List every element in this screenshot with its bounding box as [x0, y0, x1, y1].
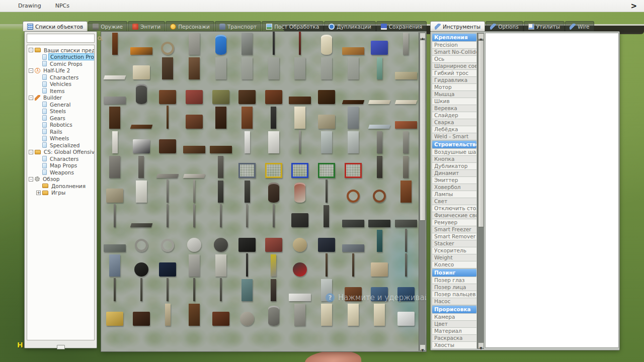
prop-cage-crate[interactable]: [287, 155, 313, 179]
prop-gravestone[interactable]: [366, 130, 393, 155]
prop-tech-pole[interactable]: [366, 229, 393, 253]
prop-fountain[interactable]: [366, 56, 393, 81]
tree-item[interactable]: -CS: Global Offensive: [27, 149, 94, 156]
tree-item[interactable]: Gears: [27, 115, 94, 122]
prop-naval-mine[interactable]: [287, 253, 313, 278]
prop-metal-pole[interactable]: [154, 179, 181, 204]
prop-green-couch[interactable]: [207, 81, 234, 106]
tool-item[interactable]: Smart No-Collide: [432, 49, 476, 55]
prop-wire-gate[interactable]: [340, 56, 366, 81]
prop-metal-wheel[interactable]: [154, 32, 181, 56]
prop-tall-cabinet[interactable]: [207, 106, 234, 130]
tab-wrench[interactable]: Options: [486, 21, 523, 31]
prop-dresser[interactable]: [260, 81, 287, 106]
prop-mattress[interactable]: [392, 81, 419, 106]
tool-category-header[interactable]: Прорисовка: [432, 306, 476, 313]
prop-wardrobe[interactable]: [234, 81, 261, 106]
tool-item[interactable]: Кнопка: [432, 156, 476, 162]
tool-item[interactable]: Гидравлика: [432, 77, 476, 83]
tool-category-header[interactable]: Строительство: [432, 141, 476, 148]
tree-item[interactable]: -Half-Life 2: [27, 67, 94, 74]
prop-obelisk[interactable]: [366, 155, 393, 179]
prop-vanity-table[interactable]: [207, 303, 234, 327]
expand-toggle[interactable]: +: [36, 191, 41, 195]
prop-blue-barrel[interactable]: [207, 32, 234, 56]
prop-floor-lamp[interactable]: [154, 303, 181, 327]
prop-crate-box[interactable]: [313, 81, 340, 106]
prop-thin-pole[interactable]: [207, 278, 234, 303]
prop-vent-shutter[interactable]: [392, 179, 419, 204]
prop-cream-door[interactable]: [366, 303, 393, 327]
prop-wire-fence[interactable]: [207, 56, 234, 81]
prop-wire-fence[interactable]: [234, 56, 261, 81]
prop-truss-beam[interactable]: [340, 204, 366, 229]
prop-cage-crate[interactable]: [313, 155, 340, 179]
prop-cook-pot[interactable]: [260, 303, 287, 327]
tree-item[interactable]: -Ваши списки предметов: [27, 47, 94, 54]
tab-postprocess[interactable]: Пост Обработка: [262, 21, 324, 31]
prop-radiator[interactable]: [287, 303, 313, 327]
prop-fridge[interactable]: [287, 106, 313, 130]
tool-item[interactable]: Гибкий трос: [432, 70, 476, 76]
prop-armchair[interactable]: [102, 303, 128, 327]
tool-item[interactable]: Колесо: [432, 261, 476, 268]
tab-vehicles[interactable]: Транспорт: [215, 21, 261, 31]
prop-truss-bridge[interactable]: [102, 229, 128, 253]
prop-globe-stand[interactable]: [287, 229, 313, 253]
prop-dark-prop[interactable]: [392, 341, 419, 352]
prop-pulley-small[interactable]: [366, 179, 393, 204]
tree-item[interactable]: Steels: [27, 108, 94, 115]
tool-item[interactable]: Отключить столк...: [432, 205, 476, 212]
tool-item[interactable]: Дубликатор: [432, 163, 476, 169]
tool-item[interactable]: Свет: [432, 198, 476, 205]
tree-item[interactable]: Vehicles: [27, 81, 94, 88]
prop-headstone[interactable]: [102, 155, 128, 179]
tool-item[interactable]: Лебёдка: [432, 126, 476, 133]
prop-kettle[interactable]: [234, 303, 261, 327]
prop-jail-door[interactable]: [234, 32, 261, 56]
prop-radiator[interactable]: [313, 106, 340, 130]
prop-wood-plank[interactable]: [154, 106, 181, 130]
prop-side-table[interactable]: [128, 106, 155, 130]
prop-valve-pole[interactable]: [313, 179, 340, 204]
tool-item[interactable]: Ось: [432, 56, 476, 62]
tool-item[interactable]: Smart Remover: [432, 233, 476, 240]
collapse-toggle[interactable]: -: [29, 96, 33, 100]
prop-drawer-box[interactable]: [287, 81, 313, 106]
prop-headstone-base[interactable]: [128, 155, 155, 179]
prop-catwalk[interactable]: [340, 229, 366, 253]
prop-cream-door[interactable]: [340, 303, 366, 327]
prop-claw-bathtub[interactable]: [287, 278, 313, 303]
prop-arch-truss[interactable]: [392, 204, 419, 229]
tool-item[interactable]: Материал: [432, 328, 476, 334]
prop-striped-panel[interactable]: [207, 253, 234, 278]
prop-bookshelf[interactable]: [181, 303, 208, 327]
tab-entities[interactable]: Энтити: [128, 21, 165, 31]
prop-writing-desk[interactable]: [128, 303, 155, 327]
prop-arrow-sign[interactable]: [260, 253, 287, 278]
prop-wood-door[interactable]: [154, 56, 181, 81]
tool-item[interactable]: Мышца: [432, 91, 476, 98]
prop-cage-crate[interactable]: [234, 155, 261, 179]
prop-red-couch[interactable]: [181, 81, 208, 106]
prop-statuette[interactable]: [392, 155, 419, 179]
prop-dark-prop[interactable]: [340, 341, 366, 352]
tool-category-header[interactable]: Позинг: [432, 269, 476, 277]
tool-item[interactable]: Физические свойс...: [432, 212, 476, 219]
tree-item[interactable]: Wheels: [27, 135, 94, 142]
scroll-up-button[interactable]: [478, 33, 484, 39]
prop-girder[interactable]: [366, 204, 393, 229]
prop-thin-pole[interactable]: [181, 204, 208, 229]
menu-item-drawing[interactable]: Drawing: [0, 0, 48, 12]
tool-item[interactable]: Сварка: [432, 119, 476, 126]
prop-wall-sink[interactable]: [392, 303, 419, 327]
prop-bomb-shell[interactable]: [128, 253, 155, 278]
tree-item[interactable]: Weapons: [27, 169, 94, 176]
tree-item[interactable]: +Игры: [27, 190, 94, 197]
tool-item[interactable]: Weld - Smart: [432, 133, 476, 140]
tool-item[interactable]: Позер пальцев: [432, 291, 476, 298]
prop-curved-pipe[interactable]: [234, 179, 261, 204]
prop-wire-gate[interactable]: [313, 56, 340, 81]
prop-glass-door[interactable]: [313, 130, 340, 155]
grid-scrollbar[interactable]: [419, 32, 426, 351]
